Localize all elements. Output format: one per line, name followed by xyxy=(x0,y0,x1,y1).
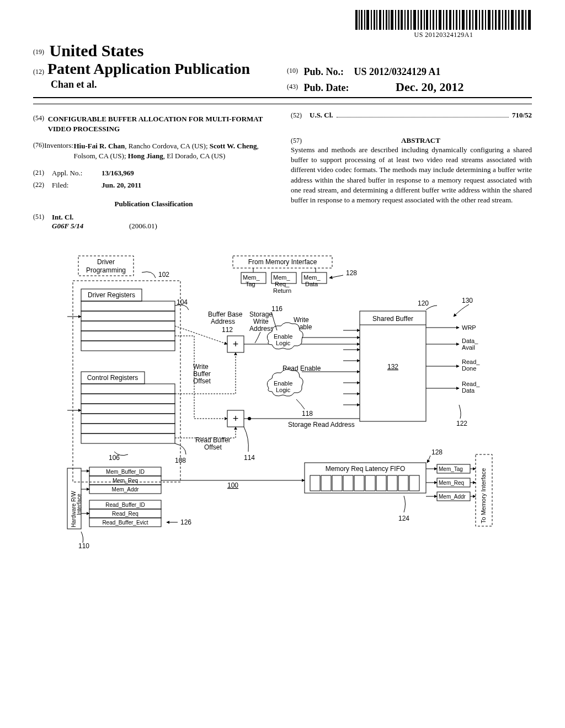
svg-rect-24 xyxy=(430,10,431,30)
svg-rect-134 xyxy=(310,475,320,491)
svg-text:Write: Write xyxy=(253,318,269,325)
svg-rect-42 xyxy=(488,10,491,30)
txt-read-buffer-offset: Read Buffer xyxy=(195,436,231,444)
svg-rect-28 xyxy=(443,10,444,30)
svg-text:Programming: Programming xyxy=(86,266,126,274)
f22-value: Jun. 20, 2011 xyxy=(102,181,274,190)
svg-text:Logic: Logic xyxy=(276,387,291,393)
pub-no-label: Pub. No.: xyxy=(304,66,344,77)
svg-rect-46 xyxy=(502,10,503,30)
f52-num: (52) xyxy=(291,111,310,120)
svg-text:Done: Done xyxy=(462,365,476,372)
txt-storage-read: Storage Read Address xyxy=(288,421,355,429)
svg-text:Avail: Avail xyxy=(462,344,475,351)
txt-122: 122 xyxy=(456,420,467,427)
svg-rect-27 xyxy=(439,10,441,30)
svg-text:Tag: Tag xyxy=(246,281,255,287)
svg-text:Mem_: Mem_ xyxy=(303,274,321,281)
svg-rect-22 xyxy=(424,10,425,30)
num-43: (43) xyxy=(287,83,298,90)
svg-text:Enable: Enable xyxy=(274,333,292,340)
pub-date-label: Pub. Date: xyxy=(304,82,349,93)
svg-text:Read_: Read_ xyxy=(462,358,480,365)
f76-value: Hiu-Fai R. Chan, Rancho Cordova, CA (US)… xyxy=(74,141,275,161)
svg-text:Address: Address xyxy=(249,325,274,333)
svg-rect-47 xyxy=(505,10,507,30)
txt-right-mem-addr: Mem_Addr xyxy=(439,494,466,500)
txt-right-mem-tag: Mem_Tag xyxy=(439,466,463,472)
diagram-svg: Driver Programming From Memory Interface… xyxy=(51,250,514,548)
abstract-title: ABSTRACT xyxy=(310,136,532,145)
svg-text:Mem_: Mem_ xyxy=(243,274,260,281)
svg-rect-39 xyxy=(479,10,480,30)
svg-rect-10 xyxy=(386,10,387,30)
svg-text:Read_: Read_ xyxy=(462,381,480,387)
svg-rect-139 xyxy=(365,475,375,491)
svg-rect-61 xyxy=(81,311,175,321)
svg-rect-3 xyxy=(364,10,365,30)
svg-rect-36 xyxy=(469,10,471,30)
svg-rect-33 xyxy=(459,10,460,30)
txt-driver-registers: Driver Registers xyxy=(88,291,135,299)
barcode: US 20120324129A1 xyxy=(355,10,532,39)
txt-driver-programming: Driver xyxy=(97,258,115,266)
abstract-text: Systems and methods are described includ… xyxy=(291,145,532,205)
svg-text:+: + xyxy=(233,339,239,350)
patent-page: US 20120324129A1 (19) United States (12)… xyxy=(0,0,565,570)
txt-124: 124 xyxy=(398,515,409,522)
col-right: (52) U.S. Cl. 710/52 (57) ABSTRACT Syste… xyxy=(291,111,532,234)
svg-rect-142 xyxy=(398,475,408,491)
f52-value: 710/52 xyxy=(512,111,532,120)
f21-value: 13/163,969 xyxy=(102,169,274,178)
rule-thick xyxy=(33,97,532,98)
txt-read-req: Read_Req xyxy=(112,511,138,517)
svg-rect-136 xyxy=(332,475,342,491)
f76-num: (76) xyxy=(33,141,44,161)
svg-rect-72 xyxy=(81,433,175,443)
svg-rect-1 xyxy=(359,10,360,30)
svg-rect-45 xyxy=(498,10,500,30)
svg-text:Offset: Offset xyxy=(193,377,211,385)
right-header: (10) Pub. No.: US 2012/0324129 A1 (43) P… xyxy=(287,66,463,94)
f22-num: (22) xyxy=(33,181,52,190)
svg-rect-32 xyxy=(456,10,457,30)
txt-116: 116 xyxy=(271,305,282,313)
svg-rect-141 xyxy=(387,475,397,491)
txt-110: 110 xyxy=(78,542,89,548)
txt-to-mem-iface: To Memory Interface xyxy=(480,468,487,523)
txt-118: 118 xyxy=(302,410,313,417)
svg-text:Req_: Req_ xyxy=(275,281,290,287)
svg-rect-23 xyxy=(426,10,428,30)
svg-rect-63 xyxy=(81,331,175,341)
svg-rect-14 xyxy=(398,10,399,30)
svg-rect-2 xyxy=(361,10,363,30)
svg-rect-30 xyxy=(449,10,451,30)
svg-rect-7 xyxy=(376,10,377,30)
txt-mem-buffer-id: Mem_Buffer_ID xyxy=(106,469,145,475)
txt-from-mem-iface: From Memory Interface xyxy=(248,258,317,266)
txt-read-buffer-id: Read_Buffer_ID xyxy=(105,502,145,508)
svg-rect-68 xyxy=(81,394,175,404)
txt-buffer-base: Buffer Base xyxy=(208,311,243,318)
svg-rect-35 xyxy=(466,10,467,30)
svg-rect-0 xyxy=(355,10,358,30)
pub-date: Dec. 20, 2012 xyxy=(396,80,463,94)
svg-rect-21 xyxy=(420,10,422,30)
barcode-text: US 20120324129A1 xyxy=(355,31,532,39)
svg-rect-40 xyxy=(482,10,483,30)
svg-rect-6 xyxy=(374,10,375,30)
biblio-two-col: (54) CONFIGURABLE BUFFER ALLOCATION FOR … xyxy=(33,111,532,234)
svg-rect-71 xyxy=(81,424,175,433)
svg-text:Enable: Enable xyxy=(274,380,292,387)
svg-text:Data: Data xyxy=(462,387,475,394)
f52-label: U.S. Cl. xyxy=(310,111,333,120)
svg-rect-29 xyxy=(446,10,447,30)
svg-text:Buffer: Buffer xyxy=(193,370,211,378)
svg-rect-18 xyxy=(411,10,412,30)
svg-rect-31 xyxy=(453,10,454,30)
svg-line-105 xyxy=(329,275,343,278)
svg-rect-25 xyxy=(433,10,434,30)
svg-rect-140 xyxy=(376,475,386,491)
svg-rect-41 xyxy=(485,10,486,30)
pub-no: US 2012/0324129 A1 xyxy=(354,66,441,77)
